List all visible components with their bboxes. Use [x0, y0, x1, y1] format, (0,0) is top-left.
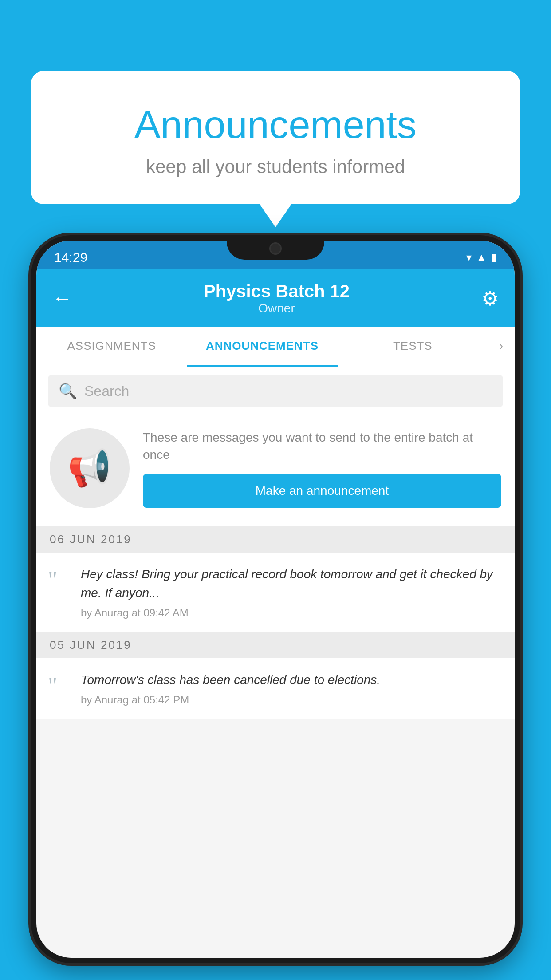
- search-container: 🔍 Search: [36, 367, 515, 415]
- header-title: Physics Batch 12: [204, 281, 350, 301]
- promo-icon-circle: 📢: [50, 428, 130, 508]
- announcement-content-1: Hey class! Bring your practical record b…: [81, 565, 503, 619]
- search-icon: 🔍: [59, 382, 77, 400]
- quote-icon-1: ": [48, 569, 70, 592]
- battery-icon: ▮: [491, 251, 497, 264]
- signal-icon: ▲: [476, 251, 487, 264]
- bubble-title: Announcements: [58, 102, 493, 147]
- tab-tests[interactable]: TESTS: [338, 327, 488, 367]
- status-time: 14:29: [54, 250, 87, 265]
- status-icons: ▾ ▲ ▮: [466, 251, 497, 264]
- header-center: Physics Batch 12 Owner: [204, 281, 350, 316]
- announcement-item-1[interactable]: " Hey class! Bring your practical record…: [36, 553, 515, 632]
- announcement-meta-1: by Anurag at 09:42 AM: [81, 607, 503, 619]
- settings-icon[interactable]: ⚙: [481, 287, 499, 310]
- announcement-item-2[interactable]: " Tomorrow's class has been cancelled du…: [36, 658, 515, 719]
- app-header: ← Physics Batch 12 Owner ⚙: [36, 269, 515, 327]
- phone-wrapper: 14:29 ▾ ▲ ▮ ← Physics Batch 12 Owner ⚙: [31, 235, 520, 980]
- back-button[interactable]: ←: [52, 287, 72, 309]
- search-box[interactable]: 🔍 Search: [48, 375, 503, 407]
- tab-bar: ASSIGNMENTS ANNOUNCEMENTS TESTS ›: [36, 327, 515, 367]
- speech-bubble-section: Announcements keep all your students inf…: [31, 71, 520, 204]
- tab-announcements[interactable]: ANNOUNCEMENTS: [187, 327, 337, 367]
- tab-more[interactable]: ›: [488, 327, 515, 367]
- date-separator-2: 05 JUN 2019: [36, 632, 515, 658]
- bubble-subtitle: keep all your students informed: [58, 156, 493, 178]
- date-separator-1: 06 JUN 2019: [36, 526, 515, 553]
- announcement-text-2: Tomorrow's class has been cancelled due …: [81, 671, 503, 689]
- phone-device: 14:29 ▾ ▲ ▮ ← Physics Batch 12 Owner ⚙: [31, 235, 520, 963]
- search-placeholder-text: Search: [84, 383, 129, 399]
- announcement-text-1: Hey class! Bring your practical record b…: [81, 565, 503, 602]
- wifi-icon: ▾: [466, 251, 472, 264]
- announcement-meta-2: by Anurag at 05:42 PM: [81, 694, 503, 706]
- phone-notch: [227, 235, 324, 260]
- header-subtitle: Owner: [204, 301, 350, 316]
- promo-section: 📢 These are messages you want to send to…: [36, 415, 515, 526]
- quote-icon-2: ": [48, 674, 70, 697]
- announcement-content-2: Tomorrow's class has been cancelled due …: [81, 671, 503, 706]
- promo-description: These are messages you want to send to t…: [143, 429, 501, 463]
- promo-text-area: These are messages you want to send to t…: [143, 429, 501, 508]
- make-announcement-button[interactable]: Make an announcement: [143, 474, 501, 508]
- phone-screen: 14:29 ▾ ▲ ▮ ← Physics Batch 12 Owner ⚙: [36, 241, 515, 958]
- megaphone-icon: 📢: [67, 447, 112, 489]
- tab-assignments[interactable]: ASSIGNMENTS: [36, 327, 187, 367]
- front-camera: [269, 242, 282, 255]
- speech-bubble-card: Announcements keep all your students inf…: [31, 71, 520, 204]
